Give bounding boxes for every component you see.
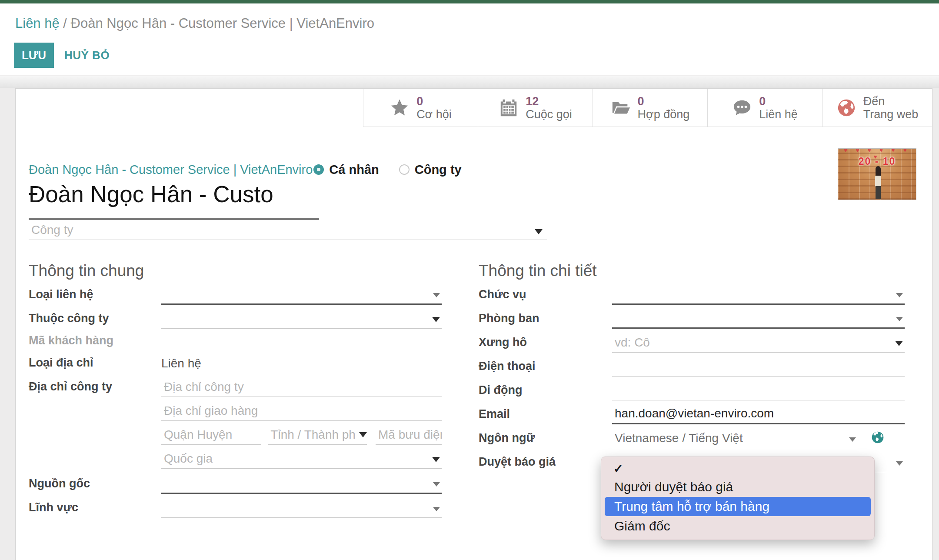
stat-button-website[interactable]: Đến Trang web: [822, 89, 932, 127]
field-phone: Điện thoại: [479, 357, 905, 377]
stat-button-opportunities[interactable]: 0 Cơ hội: [363, 89, 478, 127]
control-panel: Liên hệ / Đoàn Ngọc Hân - Customer Servi…: [0, 3, 939, 75]
parent-company-select[interactable]: [161, 310, 442, 329]
breadcrumb-contacts-link[interactable]: Liên hệ: [15, 16, 60, 31]
stat-value-contracts: 0: [638, 95, 690, 108]
record-type-row: Đoàn Ngọc Hân - Customer Service | VietA…: [29, 162, 482, 177]
job-select[interactable]: [612, 286, 905, 305]
company-address-input[interactable]: Địa chỉ công ty: [161, 378, 442, 397]
radio-company-label[interactable]: Công ty: [415, 163, 462, 177]
department-select[interactable]: [612, 310, 905, 329]
language-caret-icon[interactable]: [849, 437, 856, 442]
general-info-section: Thông tin chung Loại liên hệ Thuộc công …: [29, 261, 442, 523]
job-label: Chức vụ: [479, 288, 612, 305]
email-value: han.doan@vietan-enviro.com: [612, 407, 774, 423]
language-globe-icon[interactable]: [871, 430, 885, 444]
department-caret-icon[interactable]: [896, 317, 903, 321]
zip-placeholder: Mã bưu điện: [376, 428, 442, 444]
customer-code-field[interactable]: [161, 333, 442, 351]
radio-company[interactable]: [399, 164, 410, 175]
save-button[interactable]: LƯU: [14, 43, 54, 68]
industry-caret-icon[interactable]: [433, 507, 440, 511]
language-label: Ngôn ngữ: [479, 431, 612, 448]
stat-button-row: 0 Cơ hội 12 Cuộc gọi: [16, 89, 932, 127]
email-input[interactable]: han.doan@vietan-enviro.com: [612, 405, 905, 424]
panel-shadow-band: [0, 76, 939, 88]
language-select[interactable]: Vietnamese / Tiếng Việt: [612, 429, 858, 448]
source-caret-icon[interactable]: [433, 482, 440, 487]
check-icon: ✓: [613, 462, 623, 476]
field-customer-code: Mã khách hàng: [29, 333, 442, 351]
dropdown-option-2-highlighted[interactable]: Trung tâm hỗ trợ bán hàng: [605, 497, 871, 516]
folder-open-icon: [611, 98, 631, 118]
detail-section-title: Thông tin chi tiết: [479, 261, 905, 280]
stat-label-contracts: Hợp đồng: [638, 108, 690, 121]
job-caret-icon[interactable]: [896, 293, 903, 297]
quote-approval-label: Duyệt báo giá: [479, 455, 612, 472]
country-select[interactable]: Quốc gia: [161, 450, 442, 469]
stat-label-website: Trang web: [863, 108, 919, 121]
mobile-input[interactable]: [612, 381, 905, 400]
district-placeholder: Quận Huyện: [161, 428, 232, 444]
quote-approval-dropdown: ✓ Người duyệt báo giá Trung tâm hỗ trợ b…: [601, 457, 875, 540]
parent-contact-link[interactable]: Đoàn Ngọc Hân - Customer Service | VietA…: [29, 163, 313, 177]
company-input[interactable]: Công ty: [29, 223, 547, 240]
radio-personal-label[interactable]: Cá nhân: [329, 163, 379, 177]
country-caret-icon[interactable]: [432, 457, 440, 462]
contact-name-input[interactable]: Đoàn Ngọc Hân - Custo: [29, 181, 319, 220]
dropdown-option-3[interactable]: Giám đốc: [601, 517, 874, 535]
parent-company-caret-icon[interactable]: [432, 317, 440, 322]
discard-button[interactable]: HUỶ BỎ: [64, 43, 110, 68]
city-select[interactable]: Tỉnh / Thành ph: [268, 426, 367, 445]
city-caret-icon[interactable]: [359, 432, 367, 437]
salutation-label: Xưng hô: [479, 336, 612, 353]
globe-icon: [836, 98, 856, 118]
field-job: Chức vụ: [479, 286, 905, 305]
company-caret-icon[interactable]: [535, 229, 543, 234]
photo-person-silhouette: [875, 166, 882, 199]
contact-type-select[interactable]: [161, 286, 442, 305]
salutation-select[interactable]: vd: Cô: [612, 333, 905, 353]
radio-personal[interactable]: [313, 164, 324, 175]
stat-button-contracts[interactable]: 0 Hợp đồng: [593, 89, 707, 127]
field-salutation: Xưng hô vd: Cô: [479, 333, 905, 353]
address-type-value: Liên hệ: [161, 357, 201, 373]
breadcrumb-separator: /: [63, 16, 70, 31]
district-input[interactable]: Quận Huyện: [161, 426, 261, 445]
phone-label: Điện thoại: [479, 360, 612, 377]
mobile-label: Di động: [479, 383, 612, 400]
dropdown-option-empty-selected[interactable]: ✓: [601, 460, 874, 478]
odoo-contact-form-screen: Liên hệ / Đoàn Ngọc Hân - Customer Servi…: [0, 0, 939, 560]
city-placeholder: Tỉnh / Thành ph: [268, 428, 356, 444]
chat-bubble-icon: [732, 98, 752, 118]
field-industry: Lĩnh vực: [29, 499, 442, 518]
stat-button-calls[interactable]: 12 Cuộc gọi: [478, 89, 593, 127]
contact-photo[interactable]: ♥ ♥ ♥ ♥ ♥ ♥ ♥ 20 - 10: [838, 148, 916, 200]
phone-input[interactable]: [612, 357, 905, 377]
company-placeholder: Công ty: [31, 223, 73, 237]
company-address-placeholder: Địa chỉ công ty: [161, 380, 244, 397]
zip-input[interactable]: Mã bưu điện: [376, 426, 442, 445]
calendar-icon: [499, 98, 519, 118]
breadcrumb: Liên hệ / Đoàn Ngọc Hân - Customer Servi…: [15, 16, 374, 31]
salutation-caret-icon[interactable]: [895, 341, 903, 346]
address-type-label: Loại địa chỉ: [29, 356, 161, 373]
contact-type-caret-icon[interactable]: [433, 293, 440, 297]
detail-info-section: Thông tin chi tiết Chức vụ Phòng ban Xưn…: [479, 261, 905, 477]
address-type-value-field[interactable]: Liên hệ: [161, 356, 442, 373]
salutation-placeholder: vd: Cô: [612, 336, 650, 352]
dropdown-option-1[interactable]: Người duyệt báo giá: [601, 478, 874, 496]
stat-button-contacts[interactable]: 0 Liên hệ: [707, 89, 822, 127]
industry-label: Lĩnh vực: [29, 501, 161, 518]
field-contact-type: Loại liên hệ: [29, 286, 442, 305]
delivery-address-placeholder: Địa chỉ giao hàng: [161, 404, 258, 420]
delivery-address-input[interactable]: Địa chỉ giao hàng: [161, 402, 442, 421]
quote-approval-caret-icon[interactable]: [896, 461, 903, 466]
field-mobile: Di động: [479, 381, 905, 400]
field-language: Ngôn ngữ Vietnamese / Tiếng Việt: [479, 429, 905, 448]
department-label: Phòng ban: [479, 312, 612, 329]
field-city-row: Quận Huyện Tỉnh / Thành ph Mã bưu điện: [29, 426, 442, 445]
source-select[interactable]: [161, 475, 442, 494]
photo-overlay-text: 20 - 10: [838, 156, 916, 167]
industry-select[interactable]: [161, 499, 442, 518]
